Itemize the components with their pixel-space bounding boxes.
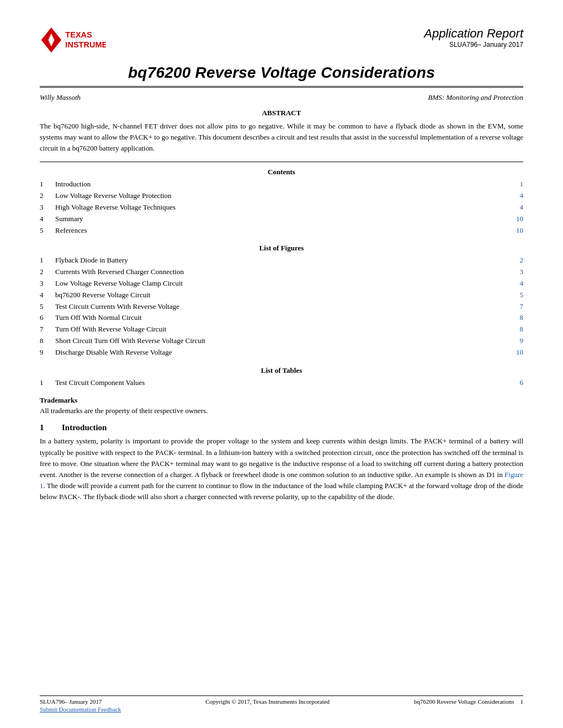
entry-page[interactable]: 9 [512, 335, 523, 347]
entry-label: Low Voltage Reverse Voltage Clamp Circui… [55, 278, 183, 290]
svg-text:INSTRUMENTS: INSTRUMENTS [65, 40, 106, 49]
section-label: BMS: Monitoring and Protection [428, 93, 523, 102]
toc-entry: 1Test Circuit Component Values6 [40, 377, 523, 389]
lof-entries: 1Flyback Diode in Battery22Currents With… [40, 255, 523, 358]
entry-label: Introduction [55, 179, 91, 190]
entry-page[interactable]: 10 [512, 213, 523, 225]
entry-label: Test Circuit Component Values [55, 377, 145, 389]
lot-entries: 1Test Circuit Component Values6 [40, 377, 523, 389]
entry-num: 6 [40, 312, 55, 324]
entry-label: Turn Off With Normal Circuit [55, 312, 142, 324]
entry-fill [180, 308, 511, 309]
footer-right: bq76200 Reverse Voltage Considerations 1 [414, 698, 523, 705]
entry-label: High Voltage Reverse Voltage Techniques [55, 202, 176, 213]
entry-page[interactable]: 4 [512, 202, 523, 213]
app-report-title: Application Report [424, 26, 523, 41]
toc-entry: 5References10 [40, 225, 523, 237]
footer-title: bq76200 Reverse Voltage Considerations [414, 698, 514, 705]
toc-entry: 4Summary10 [40, 213, 523, 225]
entry-num: 5 [40, 301, 55, 313]
main-title: bq76200 Reverse Voltage Considerations [40, 64, 523, 82]
entry-label: Short Circuit Turn Off With Reverse Volt… [55, 335, 205, 347]
svg-text:TEXAS: TEXAS [65, 30, 92, 39]
entry-fill [92, 186, 511, 186]
entry-label: Currents With Reversed Charger Connectio… [55, 266, 184, 278]
footer: SLUA796– January 2017 Submit Documentati… [40, 695, 523, 713]
toc-entry: 1Introduction1 [40, 179, 523, 190]
entry-page[interactable]: 2 [512, 255, 523, 266]
submit-feedback-link[interactable]: Submit Documentation Feedback [40, 706, 121, 713]
entry-fill [84, 221, 511, 221]
footer-copyright: Copyright © 2017, Texas Instruments Inco… [205, 698, 330, 705]
toc-entry: 3Low Voltage Reverse Voltage Clamp Circu… [40, 278, 523, 290]
section1-heading: 1 Introduction [40, 423, 523, 432]
entry-num: 2 [40, 266, 55, 278]
entry-num: 5 [40, 225, 55, 237]
entry-page[interactable]: 7 [512, 301, 523, 313]
contents-entries: 1Introduction12Low Voltage Reverse Volta… [40, 179, 523, 236]
author-line: Willy Massoth BMS: Monitoring and Protec… [40, 93, 523, 102]
entry-num: 3 [40, 278, 55, 290]
trademarks-section: Trademarks All trademarks are the proper… [40, 396, 523, 415]
lot-section: List of Tables 1Test Circuit Component V… [40, 366, 523, 389]
author-name: Willy Massoth [40, 93, 81, 102]
entry-fill [146, 384, 511, 385]
entry-num: 1 [40, 377, 55, 389]
entry-page[interactable]: 8 [512, 324, 523, 335]
app-report-subtitle: SLUA796– January 2017 [424, 41, 523, 49]
entry-num: 1 [40, 255, 55, 266]
entry-page[interactable]: 10 [512, 347, 523, 358]
entry-num: 4 [40, 213, 55, 225]
entry-page[interactable]: 8 [512, 312, 523, 324]
entry-page[interactable]: 3 [512, 266, 523, 278]
toc-entry: 9Discharge Disable With Reverse Voltage1… [40, 347, 523, 358]
entry-page[interactable]: 10 [512, 225, 523, 237]
lot-heading: List of Tables [40, 366, 523, 375]
footer-left: SLUA796– January 2017 Submit Documentati… [40, 698, 121, 713]
entry-fill [206, 342, 511, 343]
section1-title: Introduction [62, 423, 107, 432]
entry-label: References [55, 225, 87, 237]
toc-entry: 8Short Circuit Turn Off With Reverse Vol… [40, 335, 523, 347]
entry-label: Test Circuit Currents With Reverse Volta… [55, 301, 179, 313]
figure1-link[interactable]: Figure 1 [40, 470, 523, 490]
contents-heading: Contents [40, 168, 523, 176]
entry-num: 9 [40, 347, 55, 358]
entry-fill [88, 232, 511, 233]
entry-fill [185, 274, 511, 274]
entry-label: Low Voltage Reverse Voltage Protection [55, 190, 172, 202]
entry-num: 8 [40, 335, 55, 347]
toc-entry: 5Test Circuit Currents With Reverse Volt… [40, 301, 523, 313]
trademarks-heading: Trademarks [40, 396, 523, 405]
entry-page[interactable]: 4 [512, 190, 523, 202]
entry-label: bq76200 Reverse Voltage Circuit [55, 290, 150, 301]
entry-fill [173, 197, 511, 198]
logo-area: TEXAS INSTRUMENTS [40, 26, 106, 54]
abstract-text: The bq76200 high-side, N-channel FET dri… [40, 121, 523, 154]
entry-fill [184, 285, 511, 286]
entry-fill [151, 297, 511, 297]
app-report-area: Application Report SLUA796– January 2017 [424, 26, 523, 49]
rule-double [40, 86, 523, 88]
toc-entry: 6Turn Off With Normal Circuit8 [40, 312, 523, 324]
entry-label: Turn Off With Reverse Voltage Circuit [55, 324, 166, 335]
entry-num: 1 [40, 179, 55, 190]
section1-text: In a battery system, polarity is importa… [40, 436, 523, 502]
entry-fill [143, 319, 511, 320]
entry-page[interactable]: 6 [512, 377, 523, 389]
toc-entry: 1Flyback Diode in Battery2 [40, 255, 523, 266]
abstract-section: ABSTRACT The bq76200 high-side, N-channe… [40, 109, 523, 154]
contents-section: Contents 1Introduction12Low Voltage Reve… [40, 168, 523, 236]
entry-fill [177, 209, 511, 210]
entry-page[interactable]: 5 [512, 290, 523, 301]
entry-page[interactable]: 1 [512, 179, 523, 190]
entry-page[interactable]: 4 [512, 278, 523, 290]
entry-label: Flyback Diode in Battery [55, 255, 128, 266]
lof-heading: List of Figures [40, 244, 523, 253]
entry-num: 2 [40, 190, 55, 202]
page: TEXAS INSTRUMENTS Application Report SLU… [0, 0, 563, 728]
entry-label: Discharge Disable With Reverse Voltage [55, 347, 172, 358]
ti-logo: TEXAS INSTRUMENTS [40, 26, 106, 54]
entry-fill [129, 262, 511, 263]
toc-entry: 2Currents With Reversed Charger Connecti… [40, 266, 523, 278]
